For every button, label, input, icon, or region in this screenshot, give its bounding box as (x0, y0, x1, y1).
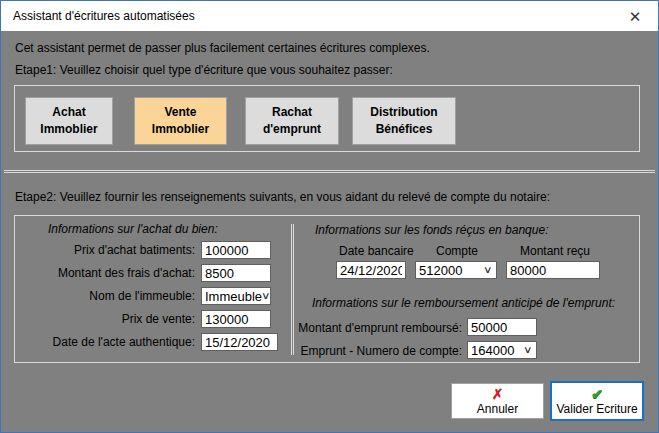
step1-label: Etape1: Veuillez choisir quel type d'écr… (15, 63, 393, 77)
prix-achat-label: Prix d'achat batiments: (23, 243, 195, 257)
step2-label: Etape2: Veuillez fournir les renseigneme… (15, 190, 550, 204)
compte-banque-combo[interactable]: 512000 ∨ (415, 261, 497, 279)
montant-recu-col-label: Montant reçu (520, 244, 590, 258)
type-button-label: Immoblier (152, 121, 209, 138)
date-bancaire-input[interactable] (336, 261, 406, 279)
step2-form-group: Informations sur l'achat du bien: Prix d… (14, 215, 640, 363)
purchase-section-heading: Informations sur l'achat du bien: (48, 222, 218, 236)
check-icon: ✔ (591, 387, 603, 401)
compte-col-label: Compte (436, 244, 478, 258)
x-icon: ✗ (492, 387, 504, 401)
type-button-label: Bénéfices (376, 121, 433, 138)
validate-button[interactable]: ✔ Valider Ecriture (550, 381, 644, 421)
nom-immeuble-combo[interactable]: Immeuble ∨ (201, 287, 271, 305)
dialog-window: Assistant d'écritures automatisées ✕ Cet… (0, 0, 659, 433)
type-button-vente-immobilier[interactable]: Vente Immoblier (134, 97, 227, 145)
prix-vente-label: Prix de vente: (23, 312, 195, 326)
vertical-separator (291, 224, 294, 355)
cancel-button[interactable]: ✗ Annuler (451, 383, 544, 419)
prix-achat-input[interactable] (201, 241, 271, 259)
frais-achat-input[interactable] (201, 264, 271, 282)
type-button-label: Distribution (370, 104, 437, 121)
type-button-label: Vente (164, 104, 196, 121)
date-bancaire-col-label: Date bancaire (339, 244, 414, 258)
montant-recu-input[interactable] (506, 261, 600, 279)
type-button-label: Achat (52, 104, 85, 121)
type-button-rachat-emprunt[interactable]: Rachat d'emprunt (245, 97, 339, 145)
validate-button-label: Valider Ecriture (556, 402, 637, 416)
combo-value: 512000 (419, 263, 462, 278)
emprunt-compte-combo[interactable]: 164000 ∨ (467, 341, 537, 359)
bank-section-heading: Informations sur les fonds réçus en banq… (315, 223, 548, 237)
close-icon: ✕ (629, 9, 642, 24)
close-button[interactable]: ✕ (612, 1, 658, 31)
type-button-distribution-benefices[interactable]: Distribution Bénéfices (352, 97, 456, 145)
type-button-label: Rachat (272, 104, 312, 121)
montant-emprunt-label: Montant d'emprunt remboursé: (292, 321, 462, 335)
date-acte-input[interactable] (201, 333, 278, 351)
cancel-button-label: Annuler (477, 402, 518, 416)
frais-achat-label: Montant des frais d'achat: (23, 266, 195, 280)
type-button-label: Immoblier (40, 121, 97, 138)
title-bar: Assistant d'écritures automatisées ✕ (1, 1, 658, 31)
emprunt-compte-label: Emprunt - Numero de compte: (292, 344, 462, 358)
montant-emprunt-input[interactable] (467, 318, 537, 336)
type-button-achat-immobilier[interactable]: Achat Immoblier (25, 97, 113, 145)
chevron-down-icon: ∨ (261, 291, 271, 301)
horizontal-separator (4, 170, 655, 173)
intro-text: Cet assistant permet de passer plus faci… (15, 41, 430, 55)
chevron-down-icon: ∨ (523, 345, 533, 355)
prix-vente-input[interactable] (201, 310, 271, 328)
nom-immeuble-label: Nom de l'immeuble: (23, 289, 195, 303)
combo-value: 164000 (471, 343, 514, 358)
chevron-down-icon: ∨ (483, 265, 493, 275)
entry-type-group: Achat Immoblier Vente Immoblier Rachat d… (14, 85, 640, 152)
loan-section-heading: Informations sur le remboursement antici… (312, 296, 615, 310)
date-acte-label: Date de l'acte authentique: (23, 335, 195, 349)
type-button-label: d'emprunt (263, 121, 321, 138)
combo-value: Immeuble (205, 289, 262, 304)
window-title: Assistant d'écritures automatisées (1, 9, 195, 23)
